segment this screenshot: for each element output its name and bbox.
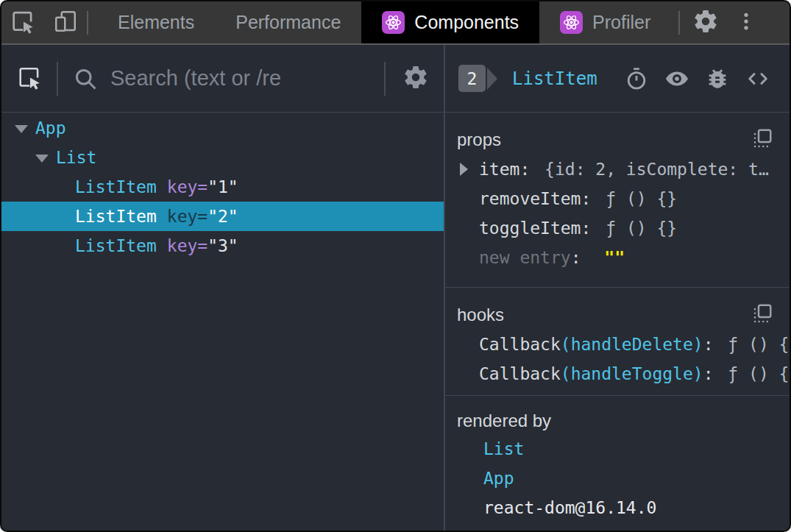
tree-row-list[interactable]: List	[1, 143, 444, 172]
device-toolbar-button[interactable]	[44, 1, 87, 43]
tree-settings-button[interactable]	[402, 64, 429, 93]
devtools-settings-button[interactable]	[684, 1, 727, 43]
tab-label: Profiler	[592, 12, 650, 33]
hooks-section-header: hooks	[445, 288, 775, 330]
prop-value: ƒ () {}	[606, 189, 677, 208]
hook-value: ƒ () {}	[728, 335, 790, 354]
hook-separator: :	[703, 364, 724, 383]
gear-icon	[402, 64, 429, 93]
prop-value[interactable]: ""	[604, 248, 625, 267]
hook-value: ƒ () {}	[728, 364, 790, 383]
view-source-code-button[interactable]	[745, 66, 770, 91]
owners-stack-badge[interactable]: 2	[458, 65, 497, 92]
props-section: props item: {id: 2, isComplete: t…	[445, 113, 790, 288]
prop-name: new entry	[479, 248, 571, 267]
badge-count: 2	[458, 65, 486, 92]
devtools-menu-button[interactable]	[727, 1, 765, 43]
key-attribute: key=	[167, 177, 207, 196]
tree-toolbar	[1, 45, 444, 113]
devtools-window: Elements Performance Components	[0, 0, 791, 532]
component-name: ListItem	[75, 207, 157, 226]
renderer-version: react-dom@16.14.0	[483, 498, 656, 517]
hook-separator: :	[703, 335, 724, 354]
hook-callback-name: (handleDelete)	[561, 335, 703, 354]
copy-props-button[interactable]	[751, 127, 773, 152]
copy-hooks-button[interactable]	[751, 302, 773, 327]
section-title: hooks	[457, 305, 504, 325]
toolbar-separator	[87, 11, 88, 35]
owner-row-list[interactable]: List	[445, 434, 775, 464]
inspect-element-button[interactable]	[1, 1, 44, 43]
select-element-button[interactable]	[16, 64, 43, 93]
prop-name: toggleItem	[479, 219, 581, 238]
prop-row-toggleitem[interactable]: toggleItem: ƒ () {}	[445, 213, 775, 243]
component-name: ListItem	[75, 236, 157, 255]
expand-arrow-icon[interactable]	[460, 163, 468, 176]
component-tree-pane: App List ListItemkey="1" ListItemkey="2"…	[1, 45, 444, 531]
copy-icon	[751, 302, 773, 327]
key-value: "2"	[207, 207, 238, 226]
tab-performance[interactable]: Performance	[215, 1, 361, 43]
key-attribute: key=	[167, 207, 207, 226]
tab-profiler[interactable]: Profiler	[539, 1, 671, 43]
hook-name: Callback	[479, 364, 561, 383]
hooks-section: hooks Callback(handleDelete): ƒ () {}	[445, 288, 790, 396]
hook-row-handledelete[interactable]: Callback(handleDelete): ƒ () {}	[445, 330, 775, 359]
inspect-cursor-icon	[16, 64, 43, 93]
key-attribute: key=	[167, 236, 207, 255]
component-tree: App List ListItemkey="1" ListItemkey="2"…	[1, 113, 444, 531]
owner-link[interactable]: App	[483, 469, 514, 488]
prop-separator: :	[519, 160, 540, 179]
tab-elements[interactable]: Elements	[97, 1, 215, 43]
prop-value: {id: 2, isComplete: t…	[545, 160, 769, 179]
inspect-dom-eye-button[interactable]	[664, 66, 689, 91]
prop-name: item	[479, 160, 519, 179]
badge-arrow-icon	[487, 68, 497, 90]
toolbar-separator	[57, 62, 58, 96]
tab-label: Components	[414, 12, 519, 33]
copy-icon	[751, 127, 773, 152]
component-inspector-pane: 2 ListItem	[445, 45, 790, 531]
rendered-by-section: rendered by List App react-dom@16.14.0	[445, 396, 790, 531]
prop-row-removeitem[interactable]: removeItem: ƒ () {}	[445, 184, 775, 213]
section-title: props	[457, 130, 501, 150]
tab-label: Performance	[235, 12, 341, 33]
components-panel: App List ListItemkey="1" ListItemkey="2"…	[1, 45, 790, 531]
react-logo-icon	[560, 11, 583, 34]
inspect-cursor-icon	[10, 8, 36, 38]
vertical-dots-icon	[735, 10, 757, 35]
expand-arrow-icon[interactable]	[35, 155, 49, 163]
component-name: List	[56, 148, 96, 167]
component-name: App	[35, 118, 66, 138]
hook-row-handletoggle[interactable]: Callback(handleToggle): ƒ () {}	[445, 359, 775, 389]
search-input[interactable]	[110, 66, 370, 91]
suspense-timer-button[interactable]	[624, 66, 649, 91]
prop-separator: :	[581, 189, 601, 208]
search-icon	[72, 65, 99, 92]
prop-value: ƒ () {}	[606, 219, 677, 238]
toolbar-separator	[384, 62, 386, 96]
tree-row-listitem-2-selected[interactable]: ListItemkey="2"	[1, 202, 444, 231]
selected-component-title: ListItem	[512, 68, 597, 89]
prop-separator: :	[581, 219, 601, 238]
props-section-header: props	[445, 113, 775, 155]
hook-name: Callback	[479, 335, 561, 354]
debug-log-bug-button[interactable]	[705, 66, 730, 91]
prop-name: removeItem	[479, 189, 581, 208]
renderer-version-row: react-dom@16.14.0	[445, 493, 775, 522]
expand-arrow-icon[interactable]	[15, 125, 28, 133]
prop-separator: :	[571, 248, 592, 267]
rendered-by-header: rendered by	[445, 396, 775, 434]
inspector-header: 2 ListItem	[445, 45, 790, 113]
prop-row-new-entry[interactable]: new entry: ""	[445, 243, 775, 272]
key-value: "3"	[207, 236, 238, 255]
tab-components[interactable]: Components	[361, 1, 539, 43]
tree-row-listitem-3[interactable]: ListItemkey="3"	[1, 231, 444, 260]
devtools-top-toolbar: Elements Performance Components	[1, 1, 790, 45]
key-value: "1"	[207, 177, 238, 196]
owner-link[interactable]: List	[483, 439, 524, 458]
prop-row-item[interactable]: item: {id: 2, isComplete: t…	[445, 155, 775, 184]
tree-row-listitem-1[interactable]: ListItemkey="1"	[1, 172, 444, 202]
owner-row-app[interactable]: App	[445, 464, 775, 493]
tree-row-app[interactable]: App	[1, 113, 444, 143]
